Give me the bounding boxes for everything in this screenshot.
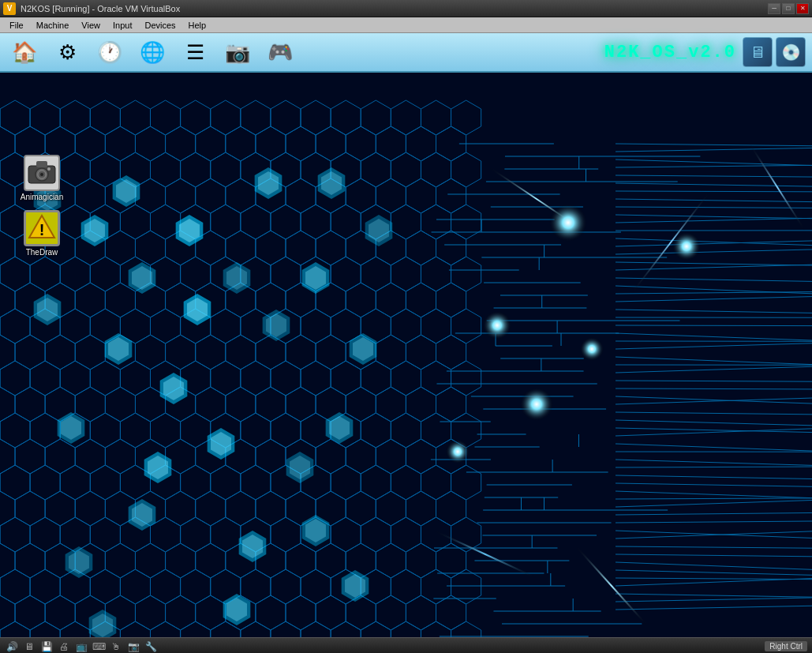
statusbar: 🔊🖥💾🖨📺⌨🖱📷🔧Right Ctrl — [0, 637, 812, 653]
svg-text:!: ! — [39, 221, 45, 238]
right-ctrl-label[interactable]: Right Ctrl — [765, 641, 807, 651]
menu-item-file[interactable]: File — [3, 20, 30, 31]
animagician-icon[interactable]: Animagician — [14, 152, 69, 205]
restore-button[interactable]: □ — [782, 3, 795, 14]
titlebar: V N2KOS [Running] - Oracle VM VirtualBox… — [0, 0, 812, 17]
window-controls: ─ □ ✕ — [768, 3, 809, 14]
statusbar-icon-2[interactable]: 💾 — [39, 640, 54, 654]
thedraw-icon-image: ! — [24, 210, 60, 246]
statusbar-icon-7[interactable]: 📷 — [126, 640, 140, 654]
statusbar-icon-6[interactable]: 🖱 — [109, 640, 123, 654]
menu-item-view[interactable]: View — [75, 20, 107, 31]
menu-item-help[interactable]: Help — [182, 20, 213, 31]
minimize-button[interactable]: ─ — [768, 3, 780, 14]
menu-item-devices[interactable]: Devices — [138, 20, 181, 31]
animagician-icon-label: Animagician — [21, 193, 63, 201]
settings-button[interactable]: ⚙ — [49, 36, 85, 69]
vm-desktop[interactable]: Animagician ! TheDraw — [0, 73, 812, 637]
menu-item-machine[interactable]: Machine — [30, 20, 76, 31]
svg-rect-1 — [36, 161, 47, 167]
app-icon: V — [3, 2, 16, 15]
statusbar-icon-8[interactable]: 🔧 — [144, 640, 158, 654]
os-label: N2K_OS_v2.0 — [604, 43, 736, 62]
close-button[interactable]: ✕ — [796, 3, 809, 14]
home-button[interactable]: 🏠 — [6, 36, 43, 69]
statusbar-icon-3[interactable]: 🖨 — [57, 640, 71, 654]
files-button-icon: ☰ — [186, 40, 204, 65]
gamepad-button[interactable]: 🎮 — [262, 36, 298, 69]
statusbar-icon-4[interactable]: 📺 — [74, 640, 88, 654]
network-button-icon: 🌐 — [140, 40, 165, 65]
svg-point-4 — [40, 173, 43, 176]
menu-item-input[interactable]: Input — [107, 20, 138, 31]
statusbar-icon-0[interactable]: 🔊 — [5, 640, 19, 654]
toolbar-right-icons: 🖥💿 — [743, 37, 806, 67]
statusbar-icon-5[interactable]: ⌨ — [92, 640, 106, 654]
network-button[interactable]: 🌐 — [134, 36, 170, 69]
history-button[interactable]: 🕐 — [92, 36, 128, 69]
files-button[interactable]: ☰ — [177, 36, 213, 69]
toolbar: 🏠⚙🕐🌐☰📷🎮N2K_OS_v2.0🖥💿 — [0, 33, 812, 73]
thedraw-icon-label: TheDraw — [26, 248, 58, 257]
home-button-icon: 🏠 — [12, 40, 37, 65]
animagician-icon-image — [24, 155, 60, 191]
settings-button-icon: ⚙ — [58, 40, 77, 65]
desktop-background — [0, 73, 812, 637]
window-title: N2KOS [Running] - Oracle VM VirtualBox — [21, 4, 768, 13]
screenshot-button[interactable]: 📷 — [219, 36, 256, 69]
statusbar-icon-1[interactable]: 🖥 — [22, 640, 36, 654]
thedraw-icon[interactable]: ! TheDraw — [14, 207, 69, 260]
svg-point-5 — [47, 167, 51, 171]
gamepad-button-icon: 🎮 — [268, 40, 293, 65]
monitor-icon[interactable]: 🖥 — [743, 37, 773, 67]
history-button-icon: 🕐 — [97, 40, 122, 65]
circuit-canvas — [0, 73, 812, 637]
disk-icon[interactable]: 💿 — [776, 37, 806, 67]
screenshot-button-icon: 📷 — [225, 40, 250, 65]
menubar: FileMachineViewInputDevicesHelp — [0, 17, 812, 33]
